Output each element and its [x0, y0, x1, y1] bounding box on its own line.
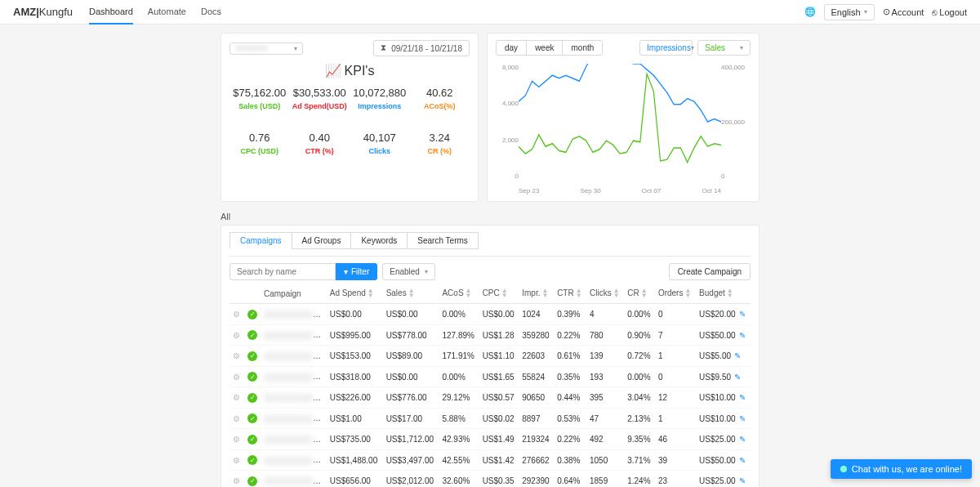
profile-select[interactable]: ▾ — [229, 42, 303, 55]
edit-icon[interactable]: ✎ — [739, 310, 746, 319]
nav-automate[interactable]: Automate — [148, 0, 186, 25]
kpi-label: Ad Spend(USD) — [290, 102, 350, 110]
edit-icon[interactable]: ✎ — [739, 476, 746, 485]
col-cr[interactable]: CR▲▼ — [624, 284, 655, 304]
status-badge[interactable]: ✓ — [247, 435, 257, 445]
nav-docs[interactable]: Docs — [201, 0, 221, 25]
kpi-value: 10,072,880 — [350, 87, 410, 99]
tab-search-terms[interactable]: Search Terms — [407, 232, 479, 249]
gear-icon[interactable]: ⚙ — [233, 373, 240, 382]
nav-dashboard[interactable]: Dashboard — [89, 0, 133, 25]
kpi-card: ▾ ⧗09/21/18 - 10/21/18 📈KPI's $75,162.00… — [220, 33, 479, 202]
toggle-day[interactable]: day — [497, 41, 527, 55]
kpi-cell: $30,533.00Ad Spend(USD) — [290, 87, 350, 110]
status-badge[interactable]: ✓ — [247, 310, 257, 319]
date-range-picker[interactable]: ⧗09/21/18 - 10/21/18 — [373, 40, 470, 56]
campaign-cell[interactable]: xxxxxxxx… — [261, 366, 327, 387]
kpi-label: CTR (%) — [290, 147, 350, 155]
toggle-week[interactable]: week — [527, 41, 563, 55]
col-orders[interactable]: Orders▲▼ — [655, 284, 696, 304]
edit-icon[interactable]: ✎ — [734, 373, 741, 382]
kpi-cell: 40.62ACoS(%) — [410, 87, 470, 110]
kpi-value: 0.76 — [229, 132, 290, 144]
edit-icon[interactable]: ✎ — [739, 456, 746, 465]
edit-icon[interactable]: ✎ — [739, 435, 746, 444]
gear-icon[interactable]: ⚙ — [233, 351, 240, 360]
series-1-select[interactable]: Impressions▾ — [639, 40, 693, 56]
all-label: All — [220, 212, 760, 221]
chevron-down-icon: ▾ — [691, 44, 694, 51]
col-impr[interactable]: Impr.▲▼ — [519, 284, 554, 304]
status-badge[interactable]: ✓ — [247, 455, 257, 465]
gear-icon[interactable]: ⚙ — [233, 331, 240, 340]
table-row: ⚙✓xxxxxxxx…US$1,488.00US$3,497.0042.55%U… — [229, 449, 751, 471]
status-badge[interactable]: ✓ — [247, 393, 257, 403]
gear-icon[interactable]: ⚙ — [233, 435, 240, 444]
campaign-cell[interactable]: xxxxxxxx… — [261, 346, 327, 367]
chart-plot — [519, 64, 721, 180]
col-clicks[interactable]: Clicks▲▼ — [586, 284, 624, 304]
campaign-cell[interactable]: xxxxxxxx… — [261, 429, 327, 450]
gear-icon[interactable]: ⚙ — [233, 414, 240, 423]
campaigns-card: Campaigns Ad Groups Keywords Search Term… — [220, 225, 760, 487]
campaign-cell[interactable]: xxxxxxxx… — [261, 387, 327, 409]
status-badge[interactable]: ✓ — [247, 476, 257, 486]
status-badge[interactable]: ✓ — [247, 351, 257, 361]
chevron-down-icon: ▾ — [864, 8, 867, 16]
tab-ad-groups[interactable]: Ad Groups — [292, 232, 352, 249]
col-adspend[interactable]: Ad Spend▲▼ — [327, 284, 383, 304]
search-input[interactable] — [229, 263, 336, 280]
language-select[interactable]: English▾ — [824, 4, 875, 20]
toggle-month[interactable]: month — [563, 41, 602, 55]
col-campaign[interactable]: Campaign — [261, 284, 327, 304]
edit-icon[interactable]: ✎ — [739, 331, 746, 340]
budget-cell: US$20.00✎ — [696, 304, 751, 325]
chart-body: 8,0004,0002,0000 400,000200,0000 Sep 23S… — [496, 64, 751, 194]
create-campaign-button[interactable]: Create Campaign — [669, 263, 751, 280]
col-budget[interactable]: Budget▲▼ — [696, 284, 751, 304]
campaign-cell[interactable]: xxxxxxxx… — [261, 324, 327, 346]
col-sales[interactable]: Sales▲▼ — [383, 284, 439, 304]
table-row: ⚙✓xxxxxxxx…US$226.00US$776.0029.12%US$0.… — [229, 387, 751, 409]
col-ctr[interactable]: CTR▲▼ — [554, 284, 586, 304]
gear-icon[interactable]: ⚙ — [233, 310, 240, 319]
table-row: ⚙✓xxxxxxxx…US$0.00US$0.000.00%US$0.00102… — [229, 304, 751, 325]
status-badge[interactable]: ✓ — [247, 372, 257, 382]
chat-widget[interactable]: Chat with us, we are online! — [831, 459, 972, 479]
campaign-cell[interactable]: xxxxxxxx… — [261, 471, 327, 487]
filter-button[interactable]: ▾Filter — [336, 263, 377, 280]
logout-link[interactable]: ⎋Logout — [932, 7, 967, 17]
chart-period-toggle[interactable]: day week month — [496, 40, 603, 56]
kpi-cell: $75,162.00Sales (USD) — [229, 87, 290, 110]
campaign-cell[interactable]: xxxxxxxx… — [261, 449, 327, 471]
hourglass-icon: ⧗ — [381, 43, 386, 53]
gear-icon[interactable]: ⚙ — [233, 393, 240, 402]
gear-icon[interactable]: ⚙ — [233, 456, 240, 465]
tab-campaigns[interactable]: Campaigns — [229, 232, 292, 249]
kpi-value: 40.62 — [410, 87, 470, 99]
kpi-cell: 0.40CTR (%) — [290, 132, 350, 155]
chart-icon: 📈 — [325, 63, 341, 78]
edit-icon[interactable]: ✎ — [734, 351, 741, 360]
budget-cell: US$10.00✎ — [696, 387, 751, 409]
status-badge[interactable]: ✓ — [247, 413, 257, 423]
budget-cell: US$10.00✎ — [696, 408, 751, 429]
table-row: ⚙✓xxxxxxxx…US$995.00US$778.00127.89%US$1… — [229, 324, 751, 346]
campaign-cell[interactable]: xxxxxxxx… — [261, 408, 327, 429]
campaign-cell[interactable]: xxxxxxxx… — [261, 304, 327, 325]
content: ▾ ⧗09/21/18 - 10/21/18 📈KPI's $75,162.00… — [0, 25, 980, 487]
edit-icon[interactable]: ✎ — [739, 414, 746, 423]
col-acos[interactable]: ACoS▲▼ — [439, 284, 479, 304]
logo: AMZ|Kungfu — [13, 6, 73, 18]
chevron-down-icon: ▾ — [740, 44, 743, 51]
tab-keywords[interactable]: Keywords — [350, 232, 408, 249]
kpi-value: 40,107 — [350, 132, 410, 144]
status-filter[interactable]: Enabled▾ — [382, 263, 435, 280]
table-tabs: Campaigns Ad Groups Keywords Search Term… — [229, 232, 751, 249]
gear-icon[interactable]: ⚙ — [233, 476, 240, 485]
status-badge[interactable]: ✓ — [247, 330, 257, 340]
edit-icon[interactable]: ✎ — [739, 393, 746, 402]
col-cpc[interactable]: CPC▲▼ — [479, 284, 519, 304]
series-2-select[interactable]: Sales▾ — [697, 40, 751, 56]
account-link[interactable]: ⊙Account — [883, 7, 924, 17]
